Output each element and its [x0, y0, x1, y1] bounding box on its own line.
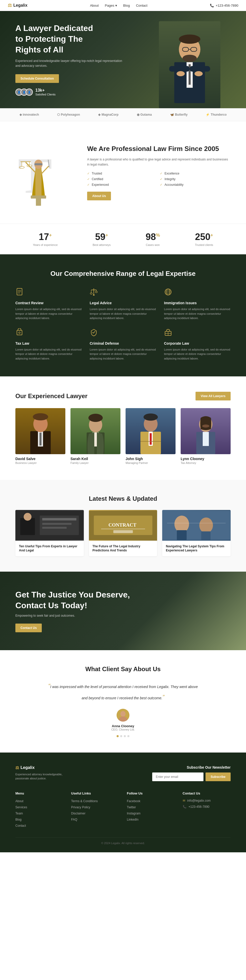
svg-point-56	[88, 414, 103, 422]
logo[interactable]: ⚖ Legalix	[8, 3, 27, 8]
newsletter-subscribe-button[interactable]: Subscribe	[206, 773, 231, 781]
news-card-1[interactable]: Ten Useful Tips From Experts in Lawyer A…	[15, 510, 84, 557]
footer-menu-list: About Services Team Blog Contact	[15, 799, 64, 827]
logo-text: Legalix	[13, 3, 27, 8]
svg-rect-72	[42, 527, 67, 529]
hero-clients: 👤 👤 👤 13k+ Satisfied Clients	[15, 88, 123, 96]
svg-rect-50	[40, 433, 42, 445]
about-us-button[interactable]: About Us	[87, 192, 111, 200]
hero-image	[154, 16, 225, 108]
dot-4[interactable]	[127, 735, 129, 737]
footer-top: ⚖ Legalix Experienced attorney knowledge…	[15, 765, 231, 781]
dot-2[interactable]	[120, 735, 122, 737]
svg-point-52	[33, 413, 48, 420]
logo-gutama: ◉ Gutama	[137, 113, 152, 116]
footer-brand: ⚖ Legalix Experienced attorney knowledge…	[15, 765, 67, 781]
hero-heading: A Lawyer Dedicated to Protecting The Rig…	[15, 23, 123, 55]
svg-point-80	[174, 515, 189, 533]
about-description: A lawyer is a professional who is qualif…	[87, 157, 231, 167]
footer-col-links: Useful Links Terms & Conditions Privacy …	[71, 791, 120, 830]
check-icon: ✓	[160, 177, 163, 181]
list-item: Blog	[15, 817, 64, 821]
testimonial-dots	[15, 735, 231, 737]
news-card-2[interactable]: CONTRACT The Future of The Legal Industr…	[89, 510, 157, 557]
svg-text:CONTRACT: CONTRACT	[109, 522, 136, 527]
lawyer-photo-3	[126, 408, 176, 454]
view-all-lawyers-button[interactable]: View All Lawyers	[195, 392, 231, 401]
service-title-1: Contract Review	[15, 301, 82, 305]
service-desc-3: Lorem ipsum dolor sit adipiscing elit, s…	[164, 307, 231, 321]
schedule-consultation-button[interactable]: Schedule Consultation	[15, 74, 59, 83]
social-linkedin[interactable]: LinkedIn	[127, 818, 138, 821]
news-title-2: The Future of The Legal Industry Predict…	[93, 544, 154, 553]
social-twitter[interactable]: Twitter	[127, 805, 136, 809]
check-icon: ✓	[160, 183, 163, 186]
footer-social-heading: Follow Us	[127, 791, 175, 795]
newsletter-email-input[interactable]	[152, 773, 203, 781]
service-desc-1: Lorem ipsum dolor sit adipiscing elit, s…	[15, 307, 82, 321]
link-faq[interactable]: FAQ	[71, 818, 77, 821]
logo-icon-2: ⬡	[57, 113, 60, 116]
lawyers-header: Our Experienced Lawyer View All Lawyers	[15, 392, 231, 401]
stat-clients: 250+ Trusted clients	[195, 232, 213, 247]
menu-contact[interactable]: Contact	[15, 824, 26, 827]
dot-1[interactable]	[117, 735, 119, 737]
stats-bar: 17+ Years of experience 59+ Best attorne…	[0, 224, 246, 255]
footer-contact-heading: Contact Us	[183, 791, 231, 795]
link-privacy[interactable]: Privacy Policy	[71, 805, 91, 809]
link-terms[interactable]: Terms & Conditions	[71, 799, 98, 803]
menu-team[interactable]: Team	[15, 811, 23, 815]
news-card-3[interactable]: Navigating The Legal System Tips From Ex…	[162, 510, 231, 557]
nav-contact[interactable]: Contact	[136, 3, 148, 8]
list-item: FAQ	[71, 817, 120, 821]
nav-pages[interactable]: Pages ▾	[105, 3, 117, 8]
logo-icon-1: ◈	[19, 113, 22, 116]
about-heading: We Are Professional Law Firm Since 2005	[87, 145, 231, 153]
service-title-4: Tax Law	[15, 341, 82, 345]
stat-attorneys: 59+ Best attorneys	[93, 232, 110, 247]
nav-about[interactable]: About	[90, 3, 99, 8]
svg-rect-16	[35, 167, 42, 196]
about-image: T	[15, 137, 72, 208]
justice-statue-illustration: T	[15, 137, 62, 208]
news-image-3	[162, 510, 231, 541]
services-heading: Our Comprehensive Range of Legal Experti…	[15, 270, 231, 278]
menu-services[interactable]: Services	[15, 805, 27, 809]
service-desc-2: Lorem ipsum dolor sit adipiscing elit, s…	[90, 307, 156, 321]
stat-experience: 17+ Years of experience	[33, 232, 58, 247]
testimonial-avatar	[117, 709, 129, 722]
contact-us-button[interactable]: Contact Us	[15, 624, 42, 632]
menu-about[interactable]: About	[15, 799, 23, 803]
copyright-text: © 2024 Legalix. All rights reserved.	[101, 842, 145, 845]
cta-description: Empowering to seek fair and just outcome…	[15, 614, 231, 617]
svg-rect-14	[36, 198, 41, 206]
hero-content: A Lawyer Dedicated to Protecting The Rig…	[15, 23, 123, 96]
svg-point-8	[182, 55, 197, 62]
feature-trusted: ✓ Trusted	[87, 172, 158, 175]
list-item: Twitter	[127, 805, 175, 809]
list-item: Disclaimer	[71, 811, 120, 815]
news-grid: Ten Useful Tips From Experts in Lawyer A…	[15, 510, 231, 557]
footer-bottom: © 2024 Legalix. All rights reserved.	[15, 837, 231, 845]
thunder-icon: ⚡	[206, 113, 209, 116]
lawyers-section: Our Experienced Lawyer View All Lawyers …	[0, 376, 246, 480]
list-item: About	[15, 799, 64, 803]
footer-grid: Menu About Services Team Blog Contact Us…	[15, 791, 231, 830]
social-facebook[interactable]: Facebook	[127, 799, 141, 803]
feature-accountability: ✓ Accountability	[160, 183, 231, 186]
client-count-text: 13k+ Satisfied Clients	[35, 88, 56, 96]
nav-blog[interactable]: Blog	[123, 3, 130, 8]
footer-phone: 📞 +123-456-7890	[183, 805, 231, 808]
dot-3[interactable]	[124, 735, 126, 737]
link-disclaimer[interactable]: Disclaimer	[71, 811, 86, 815]
footer-logo-icon: ⚖	[15, 765, 19, 770]
news-content-1: Ten Useful Tips From Experts in Lawyer A…	[15, 541, 84, 557]
menu-blog[interactable]: Blog	[15, 818, 22, 821]
service-title-2: Legal Advice	[90, 301, 156, 305]
logo-butterfly: 🦋 Butterfly	[170, 113, 188, 116]
svg-rect-64	[203, 432, 209, 446]
service-tax-law: Tax Law Lorem ipsum dolor sit adipiscing…	[15, 328, 82, 361]
list-item: Services	[15, 805, 64, 809]
social-instagram[interactable]: Instagram	[127, 811, 141, 815]
list-item: Facebook	[127, 799, 175, 803]
